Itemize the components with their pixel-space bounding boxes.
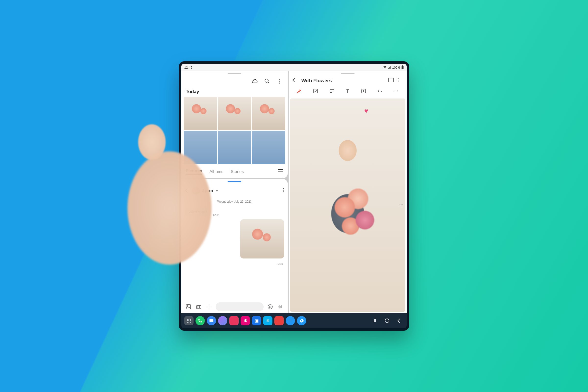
contact-avatar[interactable]: [192, 187, 200, 194]
svg-point-13: [268, 304, 272, 309]
dock-app-icon[interactable]: [229, 316, 239, 325]
pen-tool-icon[interactable]: [296, 88, 303, 94]
svg-point-2: [265, 79, 268, 82]
messages-app-icon[interactable]: [207, 316, 216, 325]
outgoing-message: [181, 219, 288, 258]
undo-icon[interactable]: [376, 88, 383, 94]
note-title[interactable]: With Flowers: [301, 78, 385, 84]
voice-icon[interactable]: [277, 303, 284, 310]
bixby-app-icon[interactable]: [218, 316, 227, 325]
checkbox-tool-icon[interactable]: [312, 88, 319, 94]
svg-point-4: [279, 80, 280, 82]
incoming-message: What's up? 12:34: [181, 207, 288, 216]
message-time: 12:34: [213, 214, 220, 216]
text-align-icon[interactable]: [328, 88, 335, 94]
photo-thumbnail[interactable]: [252, 131, 285, 164]
settings-app-icon[interactable]: [297, 316, 306, 325]
dock-app-icon[interactable]: ⋯: [286, 316, 295, 325]
svg-rect-16: [278, 306, 279, 308]
back-nav-button[interactable]: [394, 316, 404, 326]
back-icon[interactable]: [185, 188, 190, 193]
back-icon[interactable]: [292, 78, 298, 84]
reader-mode-icon[interactable]: [388, 78, 394, 84]
tab-pictures[interactable]: Pictures: [186, 168, 202, 175]
window-drag-handle[interactable]: [341, 73, 354, 74]
svg-point-14: [269, 306, 270, 306]
tab-albums[interactable]: Albums: [210, 169, 224, 174]
note-canvas[interactable]: ♥ 1/2: [290, 98, 405, 312]
text-style-icon[interactable]: [344, 88, 351, 94]
svg-point-33: [188, 322, 190, 323]
status-right: 100%: [383, 66, 404, 70]
taskbar: ✱ ▣ ❄ ⋯: [181, 313, 407, 328]
redo-icon[interactable]: [392, 88, 399, 94]
svg-point-6: [283, 188, 284, 189]
notes-app: With Flowers: [288, 71, 407, 313]
phone-app-icon[interactable]: [196, 316, 205, 325]
svg-point-26: [187, 319, 188, 320]
cloud-icon[interactable]: [251, 78, 258, 84]
svg-point-22: [398, 80, 398, 80]
svg-point-31: [190, 320, 191, 321]
photo-thumbnail[interactable]: [184, 131, 217, 164]
compose-bar: +: [181, 300, 288, 313]
more-icon[interactable]: [398, 78, 403, 84]
window-drag-handle[interactable]: [228, 181, 241, 182]
dock-app-icon[interactable]: ✱: [240, 316, 250, 325]
svg-point-29: [187, 320, 188, 321]
more-icon[interactable]: [276, 78, 283, 84]
svg-point-7: [283, 190, 284, 190]
message-date: Wednesday, July 26, 2023: [181, 196, 288, 207]
heart-annotation: ♥: [364, 107, 373, 116]
battery-icon: [401, 66, 404, 70]
chevron-down-icon[interactable]: [215, 188, 219, 193]
photo-thumbnail[interactable]: [252, 97, 285, 130]
svg-point-23: [398, 81, 398, 82]
svg-rect-1: [402, 66, 403, 66]
recents-nav-button[interactable]: [370, 316, 380, 326]
svg-point-15: [271, 306, 271, 306]
gallery-attach-icon[interactable]: [185, 303, 192, 310]
emoji-icon[interactable]: [266, 303, 274, 310]
svg-point-5: [279, 82, 280, 84]
svg-point-27: [188, 319, 190, 320]
svg-point-28: [190, 319, 191, 320]
svg-rect-0: [402, 66, 404, 69]
gallery-action-row: [181, 75, 288, 87]
signal-icon: [388, 66, 391, 69]
photo-thumbnail[interactable]: [184, 97, 217, 130]
page-indicator: 1/2: [399, 204, 403, 206]
app-drawer-icon[interactable]: [184, 316, 194, 325]
foldable-device: 12:45 100%: [179, 61, 409, 331]
hamburger-icon[interactable]: [278, 169, 283, 174]
text-box-icon[interactable]: [360, 88, 367, 94]
wifi-icon: [383, 66, 387, 69]
home-nav-button[interactable]: [382, 316, 392, 326]
image-attachment[interactable]: [240, 219, 284, 258]
window-drag-handle[interactable]: [228, 73, 241, 74]
contact-name[interactable]: Juan: [202, 188, 214, 194]
gallery-section-heading: Today: [181, 87, 288, 97]
svg-rect-9: [186, 304, 190, 309]
message-bubble[interactable]: What's up?: [185, 207, 211, 216]
status-time: 12:45: [184, 66, 192, 69]
tab-stories[interactable]: Stories: [231, 169, 244, 174]
camera-icon[interactable]: [195, 303, 202, 310]
dock-app-icon[interactable]: ▣: [252, 316, 261, 325]
dock-app-icon[interactable]: [274, 316, 284, 325]
svg-point-10: [187, 306, 188, 306]
svg-point-8: [283, 191, 284, 192]
mms-label: MMS: [181, 262, 288, 265]
svg-rect-18: [280, 306, 281, 308]
add-icon[interactable]: +: [205, 303, 213, 310]
photo-thumbnail[interactable]: [218, 131, 251, 164]
message-input[interactable]: [216, 302, 264, 311]
device-screen: 12:45 100%: [181, 64, 407, 328]
svg-rect-24: [314, 89, 318, 93]
svg-point-32: [187, 322, 188, 323]
more-icon[interactable]: [283, 188, 284, 194]
svg-point-34: [190, 322, 191, 323]
search-icon[interactable]: [264, 78, 270, 84]
photo-thumbnail[interactable]: [218, 97, 251, 130]
dock-app-icon[interactable]: ❄: [263, 316, 272, 325]
